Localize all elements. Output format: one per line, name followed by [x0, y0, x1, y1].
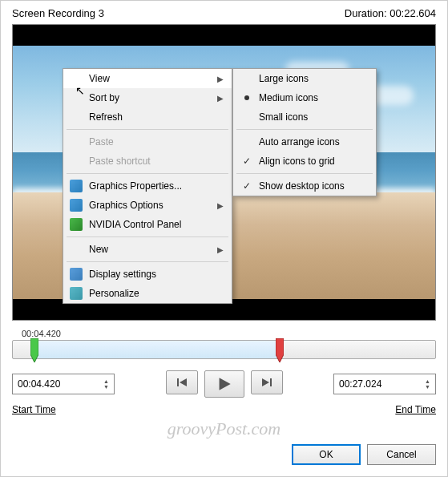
- menu-item-graphics-options[interactable]: Graphics Options ▶: [63, 196, 232, 215]
- intel-graphics-icon: [70, 180, 83, 192]
- duration: Duration: 00:22.604: [345, 7, 436, 19]
- svg-rect-2: [177, 378, 179, 386]
- svg-marker-3: [180, 378, 187, 386]
- end-marker[interactable]: [276, 338, 284, 362]
- playback-controls: 00:04.420 ▲▼ 00:27.024 ▲▼: [1, 364, 447, 404]
- personalize-icon: [70, 287, 83, 300]
- spinner-icon[interactable]: ▲▼: [103, 378, 109, 390]
- svg-rect-5: [270, 378, 272, 386]
- watermark: groovyPost.com: [1, 418, 447, 439]
- video-preview: View ▶ Sort by ▶ Refresh Paste Paste sho…: [12, 24, 436, 321]
- spinner-icon[interactable]: ▲▼: [425, 378, 430, 390]
- step-forward-button[interactable]: [251, 370, 283, 394]
- end-time-input[interactable]: 00:27.024 ▲▼: [333, 374, 436, 394]
- svg-marker-0: [30, 338, 38, 362]
- menu-item-graphics-properties[interactable]: Graphics Properties...: [63, 176, 232, 196]
- svg-marker-6: [262, 378, 269, 386]
- menu-item-new[interactable]: New ▶: [63, 240, 232, 259]
- menu-item-paste-shortcut: Paste shortcut: [63, 152, 232, 171]
- cancel-button[interactable]: Cancel: [367, 444, 436, 465]
- check-icon: ✓: [243, 156, 251, 167]
- nvidia-icon: [70, 218, 83, 231]
- svg-marker-1: [276, 338, 284, 362]
- start-marker[interactable]: [30, 338, 38, 362]
- play-button[interactable]: [204, 370, 244, 398]
- menu-item-display-settings[interactable]: Display settings: [63, 265, 232, 284]
- chevron-right-icon: ▶: [217, 94, 224, 103]
- ok-button[interactable]: OK: [292, 444, 361, 465]
- check-icon: ✓: [243, 180, 251, 192]
- timeline-track[interactable]: [12, 340, 436, 359]
- submenu-auto-arrange[interactable]: Auto arrange icons: [233, 132, 376, 152]
- start-time-caption: Start Time: [12, 404, 56, 415]
- menu-item-refresh[interactable]: Refresh: [63, 107, 232, 127]
- menu-item-paste: Paste: [63, 132, 232, 152]
- submenu-medium-icons[interactable]: Medium icons: [233, 88, 376, 107]
- current-time-label: 00:04.420: [22, 329, 436, 338]
- submenu-show-desktop-icons[interactable]: ✓ Show desktop icons: [233, 176, 376, 196]
- recording-trim-dialog: Screen Recording 3 Duration: 00:22.604 V…: [0, 0, 448, 477]
- timeline: 00:04.420: [1, 321, 447, 364]
- step-back-button[interactable]: [166, 370, 198, 394]
- bullet-icon: [244, 95, 249, 100]
- submenu-align-grid[interactable]: ✓ Align icons to grid: [233, 152, 376, 171]
- selection-range: [34, 341, 281, 358]
- dialog-header: Screen Recording 3 Duration: 00:22.604: [1, 1, 447, 24]
- menu-item-sort-by[interactable]: Sort by ▶: [63, 88, 232, 107]
- intel-graphics-icon: [70, 199, 83, 212]
- start-time-input[interactable]: 00:04.420 ▲▼: [12, 374, 115, 394]
- end-time-caption: End Time: [395, 404, 436, 415]
- menu-item-nvidia[interactable]: NVIDIA Control Panel: [63, 215, 232, 234]
- menu-item-personalize[interactable]: Personalize: [63, 284, 232, 303]
- menu-item-view[interactable]: View ▶: [63, 69, 232, 88]
- dialog-footer: OK Cancel: [1, 439, 447, 473]
- chevron-right-icon: ▶: [217, 201, 224, 210]
- desktop-context-menu: View ▶ Sort by ▶ Refresh Paste Paste sho…: [63, 68, 232, 304]
- svg-marker-4: [219, 378, 230, 390]
- submenu-large-icons[interactable]: Large icons: [233, 69, 376, 88]
- chevron-right-icon: ▶: [217, 245, 224, 254]
- clip-title: Screen Recording 3: [12, 7, 104, 19]
- chevron-right-icon: ▶: [217, 75, 224, 83]
- monitor-icon: [70, 268, 83, 281]
- submenu-small-icons[interactable]: Small icons: [233, 107, 376, 127]
- view-submenu: Large icons Medium icons Small icons Aut…: [232, 68, 377, 196]
